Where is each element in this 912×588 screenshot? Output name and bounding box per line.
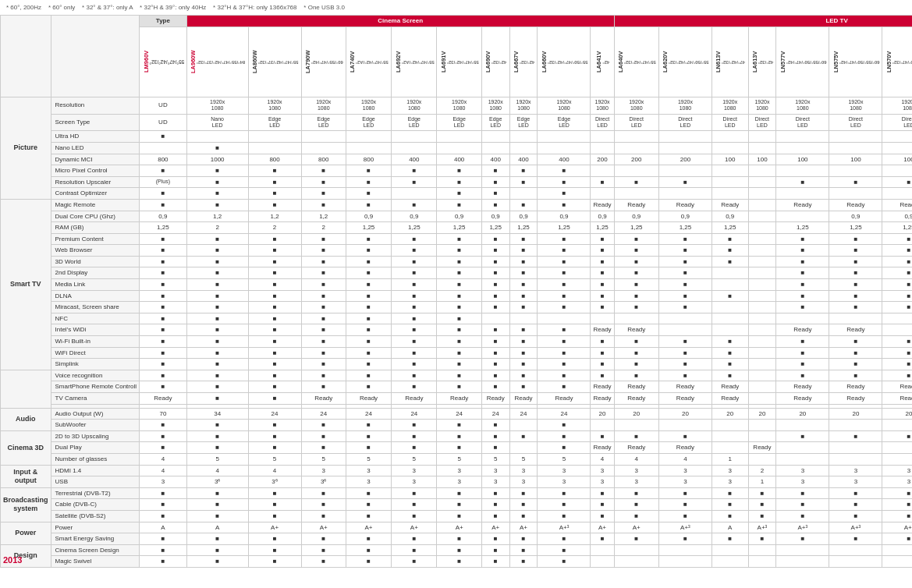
val: 1920x1080 — [776, 97, 829, 114]
feat-ultra-hd: Ultra HD — [51, 131, 140, 143]
model-LA613V: LA613V42°/32° — [748, 27, 776, 97]
model-LA640V: LA640V55°/47°/42°/32° — [614, 27, 658, 97]
feat-micro-pixel: Micro Pixel Control — [51, 165, 140, 177]
model-LA692V: LA692V55°/47°/42°/A2° — [392, 27, 437, 97]
feat-media-link: Media Link — [51, 279, 140, 291]
feat-tv-camera: TV Camera — [51, 393, 140, 405]
feat-magic-remote: Magic Remote — [51, 199, 140, 211]
row-miracast: Miracast, Screen share ■■■■■■■■■■ ■■■ ■■… — [1, 302, 913, 313]
model-LA960W: LA960W84°/55°/47°/42°/37°/32° — [186, 27, 248, 97]
val: EdgeLED — [481, 114, 509, 131]
row-subwoofer: SubWoofer ■■■■■■■■■ — [1, 420, 913, 431]
empty-cat — [1, 16, 51, 97]
model-LN570V: LN570V60°/55°/50°/47°/32° — [882, 27, 912, 97]
row-power-rating: Power Power AAA+A+A+A+A+A+A+A+³ A+A+A+³A… — [1, 522, 913, 533]
val: 1920x1080 — [346, 97, 391, 114]
feat-resolution: Resolution — [51, 97, 140, 114]
val: 1920x1080 — [248, 97, 301, 114]
cat-input-output: Input & output — [1, 465, 51, 487]
model-LN577V: LN577V60°/55°/50°/47°/42° — [776, 27, 829, 97]
model-LA691V: LA691V55°/47°/42°/32° — [437, 27, 481, 97]
row-premium-content: Premium Content ■■■■■■■■■■ ■■■■ ■■■■ ■ ■ — [1, 233, 913, 245]
row-nfc: NFC ■■■■■■■ — [1, 313, 913, 324]
feat-subwoofer: SubWoofer — [51, 420, 140, 431]
val: 1920x1080 — [392, 97, 437, 114]
val: UD — [140, 97, 187, 114]
year-badge: 2013 — [3, 555, 22, 565]
top-notes: * 60°, 200Hz * 60° only * 32° & 37°: onl… — [0, 0, 912, 15]
feat-dvb-s2: Satellite (DVB-S2) — [51, 510, 140, 522]
val: 1920x1080 — [829, 97, 882, 114]
model-LN613V: LN613V47°/42°/32° — [712, 27, 748, 97]
row-media-link: Media Link ■■■■■■■■■■ ■■■ ■■■■ ■ ■ — [1, 279, 913, 291]
feat-wifi-direct: WiFi Direct — [51, 347, 140, 359]
row-dvb-s2: Satellite (DVB-S2) ■■■■■■■■■■ ■■■■■ ■■■■… — [1, 510, 913, 522]
val: 1920x1080 — [538, 97, 591, 114]
model-LA690V: LA690V42°/32° — [481, 27, 509, 97]
val: 1920x1080 — [437, 97, 481, 114]
row-intels-widi: Intel's WiDi ■■■■■■■■■■ ReadyReady Ready… — [1, 324, 913, 336]
val: 1920x1080 — [509, 97, 538, 114]
row-dvb-c: Cable (DVB-C) ■■■■■■■■■■ ■■■■■ ■■■■■ ■■■… — [1, 499, 913, 511]
row-smartphone-remote: SmartPhone Remote Controll ■■■■■■■■■■ Re… — [1, 381, 913, 393]
feat-smart-energy: Smart Energy Saving — [51, 533, 140, 545]
row-res-upscaler: Resolution Upscaler (Plus)■■■■■■■■■■■■■■… — [1, 176, 913, 188]
model-LA860W: LA860W55°/47°/42°/37°/32° — [248, 27, 301, 97]
val: 1920x1080 — [591, 97, 614, 114]
feat-intels-widi: Intel's WiDi — [51, 324, 140, 336]
model-LA641V: LA641V42° — [591, 27, 614, 97]
val: 1920x1080 — [748, 97, 776, 114]
row-audio-watts: Audio Audio Output (W) 70342424242424242… — [1, 408, 913, 420]
row-type: Picture Resolution UD 1920x1080 1920x108… — [1, 97, 913, 114]
val: DirectLED — [829, 114, 882, 131]
row-usb: USB 33⁶3⁶3⁶333333 33331 33331 211 3311 — [1, 476, 913, 488]
feat-2d-3d: 2D to 3D Upscaling — [51, 430, 140, 442]
row-dynamic-mci: Dynamic MCI 8001000800800800400400400400… — [1, 154, 913, 165]
row-2d-3d: Cinema 3D 2D to 3D Upscaling ■■■■■■■■■■ … — [1, 430, 913, 442]
val: DirectLED — [712, 114, 748, 131]
feat-cinema-screen-design: Cinema Screen Design — [51, 544, 140, 556]
val: 1920x1080 — [481, 97, 509, 114]
row-hdmi: Input & output HDMI 1.4 4443333333 33332… — [1, 465, 913, 476]
cat-picture: Picture — [1, 97, 51, 199]
feat-voice-recog: Voice recognition — [51, 370, 140, 381]
val: 1920x1080 — [712, 97, 748, 114]
val — [140, 142, 187, 154]
val: NanoLED — [186, 114, 248, 131]
row-num-glasses: Number of glasses 4555555555 4441 — [1, 453, 913, 465]
cat-smart-tv-2 — [1, 370, 51, 408]
val: DirectLED — [776, 114, 829, 131]
feat-audio-output-w: Audio Output (W) — [51, 408, 140, 420]
row-ram: RAM (GB) 1,252221,251,251,251,251,251,25… — [1, 222, 913, 234]
row-dvb-t2: Broadcasting system Terrestrial (DVB-T2)… — [1, 487, 913, 499]
val: DirectLED — [882, 114, 912, 131]
spec-table: Type Cinema Screen LED TV Small TV Plasm… — [0, 15, 912, 568]
model-LA667V: LA667V42°/32° — [509, 27, 538, 97]
cinema-screen-group: Cinema Screen — [186, 16, 614, 27]
cat-cinema-3d: Cinema 3D — [1, 430, 51, 465]
feat-dual-play: Dual Play — [51, 442, 140, 454]
model-LA620V: LA620V55°/50°/47°/42°/32° — [658, 27, 712, 97]
val: 1920x1080 — [301, 97, 346, 114]
feat-ram: RAM (GB) — [51, 222, 140, 234]
row-dual-core: Dual Core CPU (Ghz) 0,91,21,21,20,90,90,… — [1, 211, 913, 222]
feat-contrast-opt: Contrast Optimizer — [51, 188, 140, 200]
row-magic-remote: Smart TV Magic Remote ■■■■■■■■■■ ReadyRe… — [1, 199, 913, 211]
val: EdgeLED — [437, 114, 481, 131]
feat-dual-core: Dual Core CPU (Ghz) — [51, 211, 140, 222]
feat-dlna: DLNA — [51, 290, 140, 302]
val: 1920x1080 — [186, 97, 248, 114]
row-contrast-opt: Contrast Optimizer ■■■■■■■■ — [1, 188, 913, 200]
val: EdgeLED — [509, 114, 538, 131]
row-cinema-screen-design: Design Cinema Screen Design ■■■■■■■■■■ — [1, 544, 913, 556]
feat-hdmi: HDMI 1.4 — [51, 465, 140, 476]
feat-res-upscaler: Resolution Upscaler — [51, 176, 140, 188]
model-LA660V: LA660V55°/50°/47°/42°/32° — [538, 27, 591, 97]
val: DirectLED — [658, 114, 712, 131]
val: UD — [140, 114, 187, 131]
empty-feature — [51, 16, 140, 97]
cat-broadcasting: Broadcasting system — [1, 487, 51, 522]
row-magic-swivel: Magic Swivel ■■■■■■■■■■ — [1, 556, 913, 568]
val: DirectLED — [614, 114, 658, 131]
val: 1920x1080 — [882, 97, 912, 114]
